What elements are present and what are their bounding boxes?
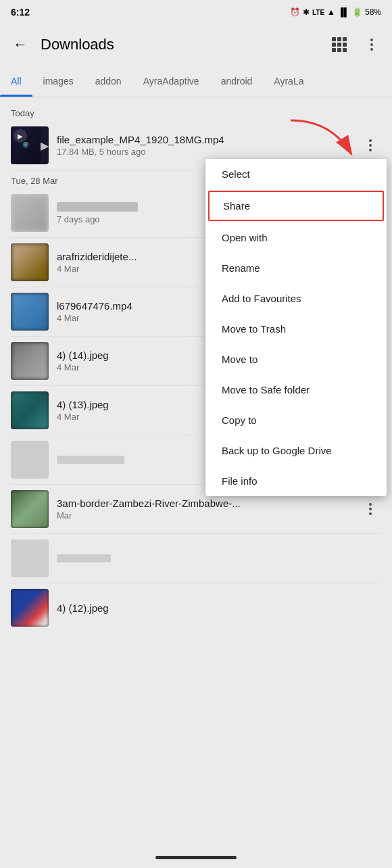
menu-item-move-trash[interactable]: Move to Trash — [205, 314, 387, 344]
menu-item-backup-drive[interactable]: Back up to Google Drive — [205, 435, 387, 466]
menu-item-copy-to[interactable]: Copy to — [205, 405, 387, 435]
menu-item-add-favourites[interactable]: Add to Favourites — [205, 283, 387, 314]
menu-item-move-to[interactable]: Move to — [205, 344, 387, 375]
menu-item-share[interactable]: Share — [208, 191, 384, 221]
menu-item-rename[interactable]: Rename — [205, 253, 387, 283]
menu-item-select[interactable]: Select — [205, 159, 387, 189]
menu-item-open-with[interactable]: Open with — [205, 222, 387, 253]
menu-item-move-safe[interactable]: Move to Safe folder — [205, 375, 387, 405]
context-menu: Select Share Open with Rename Add to Fav… — [205, 159, 387, 496]
menu-item-file-info[interactable]: File info — [205, 466, 387, 496]
